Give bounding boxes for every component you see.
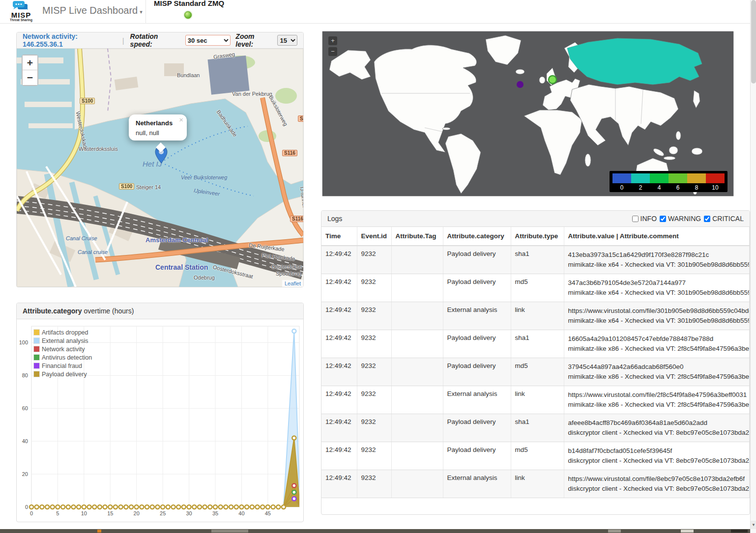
colorbar-cell: 4 (650, 173, 669, 191)
popup-close-icon[interactable]: × (179, 116, 183, 123)
cell-value-comment: 37945c44a897aa42a66adcab68f560e0mimikatz… (564, 358, 750, 386)
svg-text:35: 35 (212, 510, 218, 516)
taskbar-icon (681, 530, 694, 533)
filter-critical[interactable]: CRITICAL (704, 215, 744, 223)
logs-heading: Logs INFO WARNING CRITICAL (321, 211, 750, 227)
cell-time: 12:49:42 (321, 274, 357, 302)
cell-tag (391, 274, 443, 302)
cell-time: 12:49:42 (321, 470, 357, 498)
map-zoom-in-button[interactable]: + (23, 56, 37, 70)
legend-swatch (33, 363, 40, 369)
logs-header-row: Time Event.id Attribute.Tag Attribute.ca… (321, 227, 750, 246)
cell-type: link (511, 386, 564, 414)
dashboard-title-dropdown[interactable]: MISP Live Dashboard▾ (42, 5, 143, 16)
cell-value-comment: b14d8faf7f0cbcfad051cefe5f39645fdiskcryp… (564, 442, 750, 470)
colorbar-cell: 10 (706, 173, 725, 191)
colorbar-cell: 8 (687, 173, 706, 191)
country-cuba (442, 128, 450, 130)
filter-warning[interactable]: WARNING (660, 215, 701, 223)
network-activity-panel: Network activity: 146.255.36.1 | Rotatio… (16, 32, 304, 287)
worldmap-zoom-out-button[interactable]: − (328, 47, 337, 56)
cell-type: sha1 (511, 330, 564, 358)
chart-legend: Artifacts dropped External analysis Netw… (33, 328, 92, 378)
svg-text:80: 80 (22, 372, 28, 378)
cell-event-id: 9232 (357, 330, 391, 358)
park (275, 88, 297, 104)
table-row: 12:49:429232Payload deliverysha1afeee8b4… (321, 414, 750, 442)
svg-text:40: 40 (238, 510, 244, 516)
network-activity-link[interactable]: Network activity: 146.255.36.1 (23, 32, 116, 48)
legend-label: Financial fraud (42, 363, 82, 369)
cell-value-comment: 347ac3b6b791054de3e5720a7144a977mimikatz… (564, 274, 750, 302)
building-block (207, 56, 249, 95)
svg-text:30: 30 (186, 510, 192, 516)
legend-swatch (33, 346, 40, 352)
map-zoom-control: + − (22, 55, 38, 86)
cell-value-comment: 16605a4a29a101208457c47ebfde788487be788d… (564, 330, 750, 358)
pier (29, 123, 73, 128)
country-java (664, 157, 675, 160)
cell-category: Payload delivery (443, 414, 511, 442)
svg-text:15: 15 (107, 510, 113, 516)
filter-critical-label: CRITICAL (712, 215, 744, 223)
leaflet-street-map[interactable]: + − GraswegBundlaanVan der PekbrugBuiksl… (17, 49, 303, 287)
legend-label: Antivirus detection (42, 354, 92, 361)
svg-text:60: 60 (22, 405, 28, 411)
pier (25, 102, 72, 107)
street-map-graphics (17, 49, 303, 287)
legend-swatch (33, 371, 40, 377)
worldmap-zoom-in-button[interactable]: + (328, 36, 337, 45)
legend-swatch (33, 354, 40, 361)
scrollbar-thumb[interactable] (751, 0, 756, 84)
cell-event-id: 9232 (357, 386, 391, 414)
world-map-panel[interactable]: + − (322, 31, 734, 196)
cell-category: External analysis (443, 386, 511, 414)
svg-text:0: 0 (25, 504, 28, 510)
zmq-status-cell: MISP Standard ZMQ (145, 0, 232, 24)
cell-event-id: 9232 (357, 358, 391, 386)
filter-warning-label: WARNING (668, 215, 701, 223)
cell-tag (391, 302, 443, 330)
cell-time: 12:49:42 (321, 246, 357, 274)
cell-type: sha1 (511, 246, 564, 274)
page-scrollbar[interactable]: ▼ (750, 0, 756, 533)
svg-text:20: 20 (22, 471, 28, 477)
cell-event-id: 9232 (357, 302, 391, 330)
attribute-category-panel: Attribute.category overtime (hours) 0510… (16, 303, 304, 522)
rotation-speed-select[interactable]: 30 sec (185, 35, 231, 46)
table-row: 12:49:429232Payload deliverysha1413eba39… (321, 246, 750, 274)
cell-value-comment: afeee8b4acff87bc469a6f0364a81ae5d60a2add… (564, 414, 750, 442)
legend-label: Network activity (42, 346, 85, 353)
log-level-filters: INFO WARNING CRITICAL (632, 215, 744, 223)
col-attribute-category: Attribute.category (443, 227, 511, 246)
map-popup: × Netherlands null, null (129, 114, 187, 140)
legend-label: External analysis (42, 337, 88, 344)
legend-label: Payload delivery (42, 371, 87, 378)
info-checkbox[interactable] (632, 216, 639, 222)
cell-category: External analysis (443, 302, 511, 330)
zoom-level-label: Zoom level: (235, 32, 272, 48)
logs-title: Logs (327, 215, 342, 223)
colorbar-cell: 2 (631, 173, 650, 191)
map-zoom-out-button[interactable]: − (23, 70, 37, 85)
scrollbar-down-arrow[interactable]: ▼ (751, 521, 756, 529)
cell-type: sha1 (511, 414, 564, 442)
col-attribute-value-comment: Attribute.value | Attribute.comment (564, 227, 750, 246)
worldmap-zoom-control: + − (328, 36, 337, 58)
zmq-label: MISP Standard ZMQ (154, 0, 224, 7)
critical-checkbox[interactable] (704, 216, 710, 222)
misp-logo[interactable]: MISP Threat Sharing (6, 1, 36, 22)
country-new-guinea (692, 148, 702, 155)
logs-panel: Logs INFO WARNING CRITICAL Time Event.id… (321, 210, 750, 515)
table-row: 12:49:429232Payload deliverymd5b14d8faf7… (321, 442, 750, 470)
country-borneo (669, 146, 678, 154)
cell-tag (391, 358, 443, 386)
warning-checkbox[interactable] (660, 216, 666, 222)
taskbar-icon (608, 530, 621, 533)
zoom-level-select[interactable]: 15 (277, 35, 297, 46)
logs-tbody: 12:49:429232Payload deliverysha1413eba39… (321, 246, 750, 498)
cell-type: link (511, 470, 564, 498)
legend-swatch (33, 337, 40, 344)
filter-info[interactable]: INFO (632, 215, 657, 223)
leaflet-attribution-link[interactable]: Leaflet (282, 280, 303, 287)
